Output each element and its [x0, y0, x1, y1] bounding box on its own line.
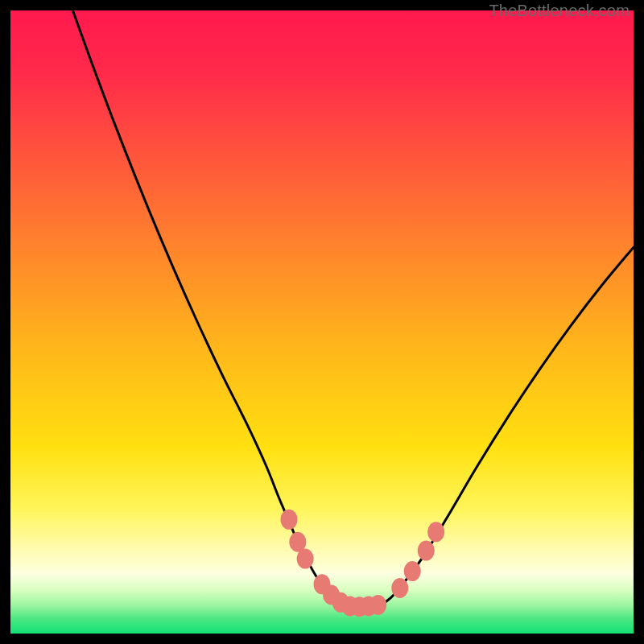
marker-dot [391, 578, 408, 598]
marker-dot [404, 561, 421, 581]
marker-dot [427, 522, 444, 542]
marker-dot [369, 595, 386, 615]
watermark-text: TheBottleneck.com [489, 2, 630, 20]
chart-background [10, 10, 634, 634]
chart-svg [10, 10, 634, 634]
marker-dot [418, 541, 435, 561]
marker-dot [280, 510, 297, 530]
chart-frame [10, 10, 634, 634]
marker-dot [297, 549, 314, 569]
